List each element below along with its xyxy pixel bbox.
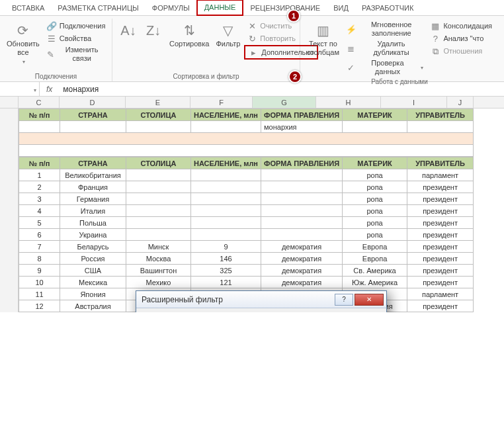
criteria-header-num[interactable]: № п/п [19,109,60,121]
cell-ruler[interactable]: президент [407,193,474,205]
data-header-ruler[interactable]: УПРАВИТЕЛЬ [407,157,474,169]
cell-num[interactable]: 7 [19,241,60,253]
cell-country[interactable]: Польша [60,217,126,229]
sort-button[interactable]: ⇅Сортировка [167,20,212,50]
cell-num[interactable]: 6 [19,229,60,241]
help-button[interactable]: ? [335,294,353,306]
criteria-header-continent[interactable]: МАТЕРИК [343,109,407,121]
tab-page-layout[interactable]: РАЗМЕТКА СТРАНИЦЫ [51,1,145,15]
criteria-cell[interactable] [343,121,407,133]
tab-insert[interactable]: ВСТАВКА [5,1,51,15]
cell-gov[interactable] [261,217,343,229]
cell-gov[interactable] [261,193,343,205]
fx-icon[interactable]: fx [40,85,59,94]
col-header-h[interactable]: H [316,97,381,108]
cell-capital[interactable] [126,181,191,193]
col-header-d[interactable]: D [60,97,126,108]
data-header-gov[interactable]: ФОРМА ПРАВЛЕНИЯ [261,157,343,169]
table-row[interactable]: 1Великобританияропапарламент [19,169,474,181]
cell-capital[interactable] [126,193,191,205]
cell-pop[interactable]: 146 [191,253,261,265]
cell-num[interactable]: 9 [19,265,60,277]
cell-capital[interactable]: Минск [126,241,191,253]
data-header-capital[interactable]: СТОЛИЦА [126,157,191,169]
select-all-corner[interactable] [0,97,19,108]
cell-gov[interactable]: демократия [261,265,343,277]
table-row[interactable]: 2Францияропапрезидент [19,181,474,193]
cell-pop[interactable]: 325 [191,265,261,277]
cell-ruler[interactable]: президент [407,229,474,241]
worksheet[interactable]: № п/п СТРАНА СТОЛИЦА НАСЕЛЕНИЕ, млн ФОРМ… [0,108,504,312]
cell-continent[interactable]: Европа [343,253,407,265]
properties-button[interactable]: ☰Свойства [44,32,94,44]
table-row[interactable]: 10МексикаМехико121демократияЮж. Америкап… [19,277,474,288]
cell-num[interactable]: 12 [19,300,60,312]
cell-country[interactable]: Россия [60,253,126,265]
data-header-continent[interactable]: МАТЕРИК [343,157,407,169]
criteria-range[interactable]: № п/п СТРАНА СТОЛИЦА НАСЕЛЕНИЕ, млн ФОРМ… [19,108,474,157]
formula-input[interactable]: монархия [59,85,504,94]
criteria-cell[interactable] [19,121,60,133]
criteria-header-country[interactable]: СТРАНА [60,109,126,121]
data-table[interactable]: № п/п СТРАНА СТОЛИЦА НАСЕЛЕНИЕ, млн ФОРМ… [19,157,474,312]
dialog-titlebar[interactable]: Расширенный фильтр ? ✕ [136,291,386,308]
table-row[interactable]: 9СШАВашингтон325демократияСв. Америкапре… [19,265,474,277]
table-row[interactable]: 5Польшаропапрезидент [19,217,474,229]
cell-ruler[interactable]: парламент [407,169,474,181]
data-validation-button[interactable]: ✓Проверка данных [343,58,426,77]
cell-country[interactable]: Мексика [60,277,126,288]
cell-ruler[interactable]: президент [407,217,474,229]
cell-pop[interactable] [191,217,261,229]
cell-ruler[interactable]: президент [407,300,474,312]
cell-num[interactable]: 4 [19,205,60,217]
refresh-all-button[interactable]: ⟳ Обновить все [4,20,42,67]
data-header-country[interactable]: СТРАНА [60,157,126,169]
criteria-header-ruler[interactable]: УПРАВИТЕЛЬ [407,109,474,121]
cell-continent[interactable]: ропа [343,205,407,217]
cell-capital[interactable] [126,205,191,217]
cell-capital[interactable]: Мехико [126,277,191,288]
cell-ruler[interactable]: президент [407,253,474,265]
col-header-c[interactable]: C [19,97,60,108]
text-to-columns-button[interactable]: ▥Текст по столбцам [304,20,342,58]
cell-continent[interactable]: ропа [343,181,407,193]
table-row[interactable]: 6Украинаропапрезидент [19,229,474,241]
tab-formulas[interactable]: ФОРМУЛЫ [146,1,196,15]
cell-gov[interactable]: демократия [261,241,343,253]
cell-capital[interactable] [126,169,191,181]
close-button[interactable]: ✕ [355,294,384,306]
cell-num[interactable]: 8 [19,253,60,265]
cell-continent[interactable]: Юж. Америка [343,277,407,288]
cell-ruler[interactable]: президент [407,181,474,193]
tab-data[interactable]: ДАННЫЕ [196,0,244,16]
cell-gov[interactable]: демократия [261,253,343,265]
cell-country[interactable]: Австралия [60,300,126,312]
data-header-pop[interactable]: НАСЕЛЕНИЕ, млн [191,157,261,169]
cell-country[interactable]: Япония [60,288,126,300]
col-header-f[interactable]: F [190,97,253,108]
cell-pop[interactable]: 9 [191,241,261,253]
cell-capital[interactable]: Москва [126,253,191,265]
criteria-cell[interactable] [60,121,126,133]
criteria-cell-gov[interactable]: монархия [261,121,343,133]
filter-button[interactable]: ▽Фильтр [213,20,243,50]
cell-num[interactable]: 10 [19,277,60,288]
cell-capital[interactable]: Вашингтон [126,265,191,277]
criteria-cell[interactable] [407,121,474,133]
edit-links-button[interactable]: ✎Изменить связи [44,45,108,64]
col-header-j[interactable]: J [447,97,474,108]
table-row[interactable]: 4Италияропапрезидент [19,205,474,217]
connections-button[interactable]: 🔗Подключения [44,20,108,32]
reapply-filter-button[interactable]: ↻Повторить [244,32,298,44]
cell-country[interactable]: США [60,265,126,277]
col-header-e[interactable]: E [126,97,190,108]
cell-country[interactable]: Украина [60,229,126,241]
cell-country[interactable]: Беларусь [60,241,126,253]
cell-gov[interactable] [261,205,343,217]
what-if-button[interactable]: ?Анализ "что [427,32,486,44]
cell-ruler[interactable]: президент [407,241,474,253]
cell-ruler[interactable]: президент [407,205,474,217]
cell-country[interactable]: Германия [60,193,126,205]
cell-gov[interactable] [261,229,343,241]
criteria-header-capital[interactable]: СТОЛИЦА [126,109,191,121]
